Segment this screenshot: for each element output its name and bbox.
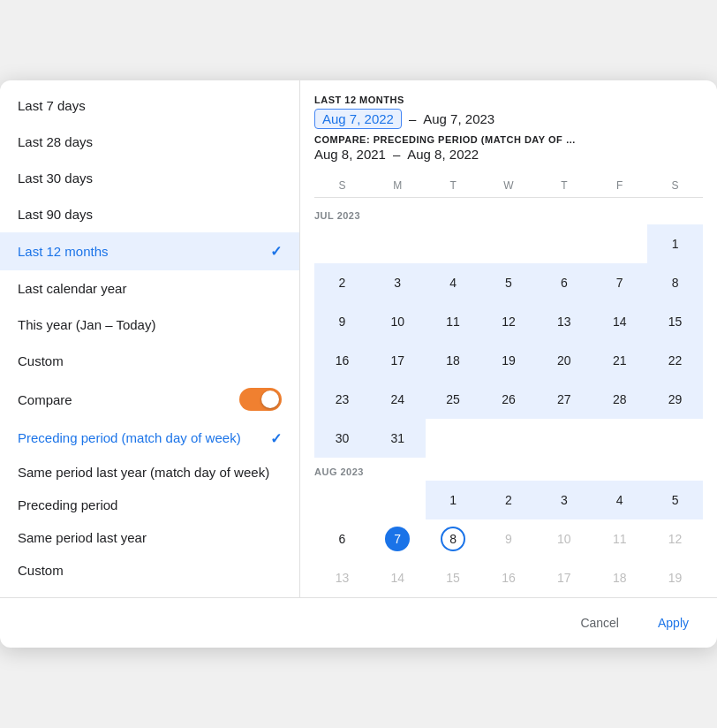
sidebar-item-last28days[interactable]: Last 28 days [0, 124, 299, 160]
cal-day[interactable]: 12 [647, 519, 703, 558]
cal-day[interactable]: 18 [592, 558, 647, 597]
cal-day[interactable]: 15 [426, 558, 481, 597]
dialog-body: Last 7 days Last 28 days Last 30 days La… [0, 80, 717, 597]
cal-day[interactable]: 20 [536, 341, 592, 380]
compare-option-label: Same period last year [18, 530, 147, 545]
sidebar-item-last30days[interactable]: Last 30 days [0, 160, 299, 196]
cal-day[interactable]: 22 [647, 341, 703, 380]
cal-day[interactable]: 2 [314, 263, 370, 302]
cal-day[interactable]: 5 [481, 263, 537, 302]
cal-day[interactable]: 28 [592, 380, 647, 419]
cal-day[interactable]: 7 [592, 263, 647, 302]
sidebar-item-label: Last 28 days [18, 134, 93, 149]
sidebar-item-label: Last 7 days [18, 98, 86, 113]
compare-start-date: Aug 8, 2021 [314, 147, 386, 162]
sidebar-item-label: Last 30 days [18, 171, 93, 186]
date-range-header: LAST 12 MONTHS Aug 7, 2022 – Aug 7, 2023… [314, 95, 703, 169]
cal-day[interactable]: 8 [647, 263, 703, 302]
compare-label-text: Compare [18, 392, 72, 407]
cal-day[interactable]: 14 [592, 302, 647, 341]
cal-day[interactable]: 18 [426, 341, 481, 380]
cal-day[interactable]: 17 [370, 341, 426, 380]
cal-day[interactable]: 6 [314, 519, 370, 558]
cal-day[interactable]: 24 [370, 380, 426, 419]
compare-option-preceding[interactable]: Preceding period [0, 489, 299, 521]
sidebar-item-label: Last calendar year [18, 281, 126, 296]
cal-day[interactable]: 3 [536, 481, 592, 519]
cal-day[interactable]: 4 [592, 481, 647, 519]
cal-day[interactable]: 9 [481, 519, 537, 558]
sidebar-item-label: Last 12 months [18, 244, 109, 259]
cal-day[interactable]: 13 [314, 558, 370, 597]
cal-day[interactable]: 14 [370, 558, 426, 597]
empty-cell [426, 224, 481, 263]
compare-end-date: Aug 8, 2022 [407, 147, 479, 162]
sidebar-item-lastcalendaryear[interactable]: Last calendar year [0, 270, 299, 307]
left-panel: Last 7 days Last 28 days Last 30 days La… [0, 80, 300, 597]
cal-day[interactable]: 11 [592, 519, 647, 558]
compare-option-same-period-match[interactable]: Same period last year (match day of week… [0, 456, 299, 489]
compare-option-preceding-match[interactable]: Preceding period (match day of week) ✓ [0, 420, 299, 456]
calendar-aug2023: AUG 2023 1 2 3 4 5 6 7 8 [314, 458, 703, 597]
cal-day-selected-end[interactable]: 8 [426, 519, 481, 558]
cal-day[interactable]: 31 [370, 419, 426, 458]
cal-day[interactable]: 26 [481, 380, 537, 419]
cal-day[interactable]: 19 [647, 558, 703, 597]
cal-day[interactable]: 4 [426, 263, 481, 302]
compare-toggle[interactable] [239, 388, 282, 411]
cal-day[interactable]: 10 [370, 302, 426, 341]
cal-day[interactable]: 12 [481, 302, 537, 341]
cancel-button[interactable]: Cancel [566, 609, 633, 637]
sidebar-item-thisyear[interactable]: This year (Jan – Today) [0, 307, 299, 343]
compare-option-custom[interactable]: Custom [0, 554, 299, 587]
cal-day[interactable]: 30 [314, 419, 370, 458]
sidebar-item-last12months[interactable]: Last 12 months ✓ [0, 232, 299, 270]
calendar-header: S M T W T F S [314, 174, 703, 198]
compare-row: Compare [0, 379, 299, 420]
cal-day[interactable]: 16 [314, 341, 370, 380]
right-panel: LAST 12 MONTHS Aug 7, 2022 – Aug 7, 2023… [300, 80, 717, 597]
sidebar-item-label: Custom [18, 353, 64, 368]
empty-cell [370, 481, 426, 519]
calendar: S M T W T F S JUL 2023 [314, 174, 703, 597]
compare-range-values: Aug 8, 2021 – Aug 8, 2022 [314, 147, 703, 162]
month-label-jul2023: JUL 2023 [314, 201, 703, 224]
cal-day[interactable]: 19 [481, 341, 537, 380]
sidebar-item-last90days[interactable]: Last 90 days [0, 196, 299, 232]
apply-button[interactable]: Apply [644, 609, 703, 637]
end-date-value: Aug 7, 2023 [423, 111, 494, 126]
cal-day-selected-start[interactable]: 7 [370, 519, 426, 558]
cal-day[interactable]: 3 [370, 263, 426, 302]
compare-option-same-period[interactable]: Same period last year [0, 521, 299, 554]
dow-header-s2: S [647, 174, 703, 197]
date-range-values: Aug 7, 2022 – Aug 7, 2023 [314, 109, 703, 129]
toggle-knob [261, 391, 279, 408]
sidebar-item-custom[interactable]: Custom [0, 343, 299, 379]
cal-day[interactable]: 29 [647, 380, 703, 419]
dow-header-m: M [370, 174, 426, 197]
dow-header-s1: S [314, 174, 370, 197]
empty-cell [314, 481, 370, 519]
cal-day[interactable]: 10 [536, 519, 592, 558]
cal-day[interactable]: 23 [314, 380, 370, 419]
start-date-chip[interactable]: Aug 7, 2022 [314, 109, 402, 129]
cal-day[interactable]: 21 [592, 341, 647, 380]
cal-day[interactable]: 1 [426, 481, 481, 519]
cal-day[interactable]: 6 [536, 263, 592, 302]
dow-header-t1: T [426, 174, 481, 197]
month-label-aug2023: AUG 2023 [314, 458, 703, 481]
sidebar-item-last7days[interactable]: Last 7 days [0, 87, 299, 124]
cal-day[interactable]: 9 [314, 302, 370, 341]
cal-day[interactable]: 11 [426, 302, 481, 341]
cal-day[interactable]: 5 [647, 481, 703, 519]
cal-day[interactable]: 13 [536, 302, 592, 341]
cal-day[interactable]: 16 [481, 558, 537, 597]
empty-cell [314, 224, 370, 263]
calendar-jul2023: JUL 2023 1 2 3 4 5 6 7 8 9 [314, 201, 703, 458]
cal-day[interactable]: 17 [536, 558, 592, 597]
cal-day[interactable]: 27 [536, 380, 592, 419]
cal-day[interactable]: 15 [647, 302, 703, 341]
cal-day[interactable]: 25 [426, 380, 481, 419]
cal-day[interactable]: 1 [647, 224, 703, 263]
cal-day[interactable]: 2 [481, 481, 537, 519]
